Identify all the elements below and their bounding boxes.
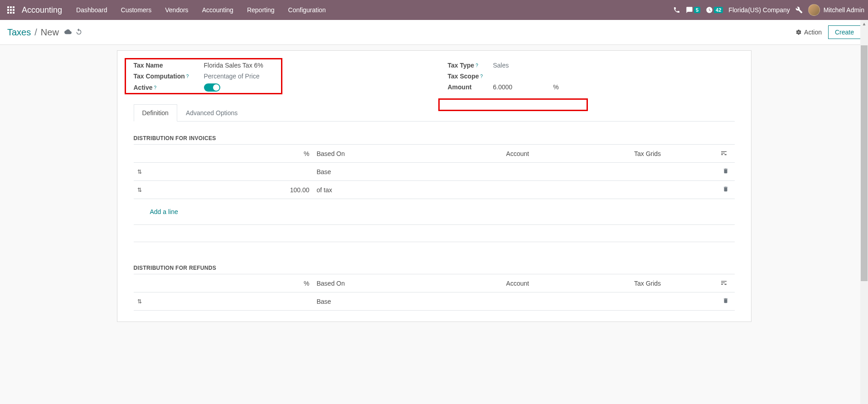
breadcrumb-separator: / (34, 27, 37, 38)
add-line-row: Add a line (134, 199, 735, 225)
vertical-scrollbar[interactable]: ▲ (860, 20, 868, 327)
col-percent: % (145, 145, 313, 163)
col-percent: % (145, 274, 313, 292)
based-on-cell[interactable]: Base (313, 292, 457, 311)
app-name[interactable]: Accounting (18, 5, 69, 15)
invoices-table: % Based On Account Tax Grids ⇅ Base (134, 144, 735, 242)
tax-scope-label: Tax Scope ? (448, 73, 493, 80)
table-row[interactable]: ⇅ Base (134, 292, 735, 311)
main-navbar: Accounting Dashboard Customers Vendors A… (0, 0, 868, 20)
company-switcher[interactable]: Florida(US) Company (728, 6, 790, 14)
refunds-section-title: DISTRIBUTION FOR REFUNDS (134, 265, 735, 271)
amount-label: Amount (448, 83, 493, 91)
delete-row-icon[interactable] (717, 292, 735, 311)
tax-computation-label-text: Tax Computation (134, 73, 185, 80)
user-menu[interactable]: Mitchell Admin (808, 4, 864, 16)
cloud-save-icon[interactable] (64, 28, 72, 37)
tax-computation-label: Tax Computation ? (134, 73, 204, 80)
apps-icon[interactable] (4, 3, 18, 17)
nav-configuration[interactable]: Configuration (281, 1, 333, 19)
action-label: Action (804, 29, 822, 36)
tax-scope-label-text: Tax Scope (448, 73, 479, 80)
account-cell[interactable] (456, 181, 578, 199)
pct-cell[interactable]: 100.00 (145, 181, 313, 199)
tax-type-field[interactable]: Sales (493, 62, 509, 69)
nav-accounting[interactable]: Accounting (195, 1, 240, 19)
form-sheet: Tax Name Florida Sales Tax 6% Tax Comput… (117, 50, 752, 322)
tax-grids-cell[interactable] (579, 292, 717, 311)
debug-icon[interactable] (795, 6, 803, 14)
table-row[interactable]: ⇅ 100.00 of tax (134, 181, 735, 199)
col-settings-icon[interactable] (717, 145, 735, 163)
account-cell[interactable] (456, 163, 578, 181)
nav-menu: Dashboard Customers Vendors Accounting R… (69, 1, 333, 19)
breadcrumb-current: New (41, 27, 59, 38)
control-panel: Taxes / New Action Create (0, 20, 868, 45)
messages-icon[interactable]: 5 (686, 6, 700, 14)
discard-icon[interactable] (75, 28, 82, 37)
nav-customers[interactable]: Customers (114, 1, 159, 19)
user-name: Mitchell Admin (824, 6, 864, 14)
delete-row-icon[interactable] (717, 163, 735, 181)
col-tax-grids: Tax Grids (579, 274, 717, 292)
drag-handle-icon[interactable]: ⇅ (134, 292, 145, 311)
help-icon[interactable]: ? (154, 85, 157, 90)
col-based-on: Based On (313, 145, 457, 163)
activities-icon[interactable]: 42 (706, 6, 723, 14)
drag-handle-icon[interactable]: ⇅ (134, 163, 145, 181)
tab-advanced-options[interactable]: Advanced Options (177, 104, 246, 121)
scrollbar-thumb[interactable] (861, 45, 868, 281)
col-settings-icon[interactable] (717, 274, 735, 292)
col-tax-grids: Tax Grids (579, 145, 717, 163)
breadcrumb: Taxes / New (7, 27, 59, 38)
pct-cell[interactable] (145, 292, 313, 311)
tax-grids-cell[interactable] (579, 163, 717, 181)
amount-field[interactable]: 6.0000 (493, 83, 513, 91)
refunds-table: % Based On Account Tax Grids ⇅ Base (134, 274, 735, 311)
active-label-text: Active (134, 84, 153, 91)
based-on-cell[interactable]: of tax (313, 181, 457, 199)
tax-grids-cell[interactable] (579, 181, 717, 199)
tab-definition[interactable]: Definition (134, 104, 177, 122)
tax-name-field[interactable]: Florida Sales Tax 6% (204, 62, 263, 69)
based-on-cell[interactable]: Base (313, 163, 457, 181)
activities-badge: 42 (714, 7, 723, 13)
nav-reporting[interactable]: Reporting (240, 1, 281, 19)
help-icon[interactable]: ? (480, 74, 483, 79)
telephony-icon[interactable] (673, 6, 680, 14)
scroll-up-icon[interactable]: ▲ (860, 20, 868, 28)
create-button[interactable]: Create (828, 25, 861, 39)
add-line-link[interactable]: Add a line (137, 204, 731, 220)
col-account: Account (456, 274, 578, 292)
tax-type-label: Tax Type ? (448, 62, 493, 69)
help-icon[interactable]: ? (186, 74, 189, 79)
nav-dashboard[interactable]: Dashboard (69, 1, 114, 19)
tabs: Definition Advanced Options (134, 104, 735, 122)
help-icon[interactable]: ? (475, 63, 478, 68)
account-cell[interactable] (456, 292, 578, 311)
breadcrumb-parent[interactable]: Taxes (7, 27, 31, 38)
table-row[interactable]: ⇅ Base (134, 163, 735, 181)
col-account: Account (456, 145, 578, 163)
active-label: Active ? (134, 84, 204, 91)
drag-handle-icon[interactable]: ⇅ (134, 181, 145, 199)
active-toggle[interactable] (204, 83, 220, 92)
tax-type-label-text: Tax Type (448, 62, 475, 69)
tax-computation-field[interactable]: Percentage of Price (204, 73, 260, 80)
tax-name-label: Tax Name (134, 62, 204, 69)
action-button[interactable]: Action (795, 29, 822, 36)
amount-suffix: % (553, 83, 558, 91)
invoices-section-title: DISTRIBUTION FOR INVOICES (134, 135, 735, 141)
nav-vendors[interactable]: Vendors (158, 1, 195, 19)
delete-row-icon[interactable] (717, 181, 735, 199)
col-based-on: Based On (313, 274, 457, 292)
avatar (808, 4, 820, 16)
pct-cell[interactable] (145, 163, 313, 181)
messages-badge: 5 (694, 7, 700, 13)
